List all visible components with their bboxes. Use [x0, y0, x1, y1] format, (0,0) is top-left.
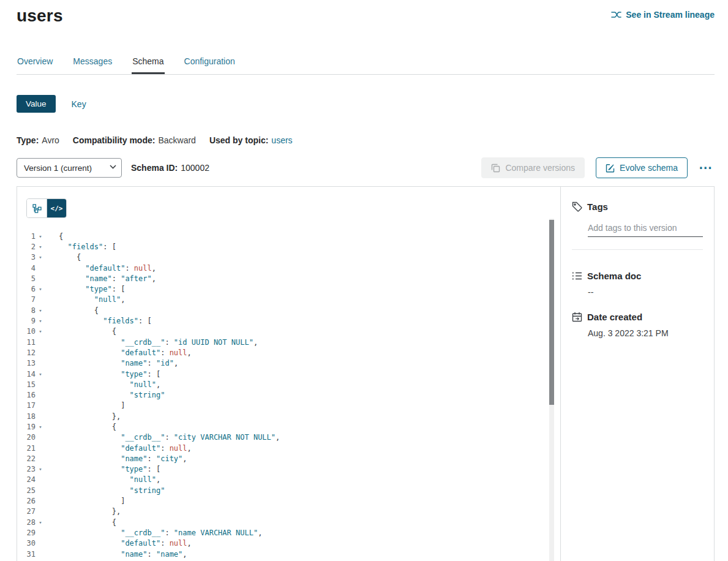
code-text: "fields": [ [45, 317, 152, 325]
version-select[interactable]: Version 1 (current) [17, 158, 122, 178]
date-created-value: Aug. 3 2022 3:21 PM [588, 328, 703, 338]
code-line: 21 "default": null, [17, 443, 560, 453]
calendar-icon [572, 312, 582, 322]
compare-versions-icon [491, 164, 500, 173]
line-number: 11 [17, 338, 36, 347]
stream-lineage-link[interactable]: See in Stream lineage [611, 10, 715, 20]
fold-arrow-icon[interactable]: ▾ [36, 424, 45, 430]
line-number: 6 [17, 285, 36, 293]
code-text: "default": null, [45, 348, 192, 357]
tree-view-button[interactable] [27, 199, 47, 217]
tag-icon [572, 201, 582, 212]
tab-schema[interactable]: Schema [132, 56, 164, 74]
tree-view-icon [32, 204, 42, 213]
code-line: 26 ] [17, 495, 560, 506]
fold-arrow-icon[interactable]: ▾ [36, 244, 45, 250]
schema-part-toggle: Value Key [17, 95, 728, 113]
code-line: 5 "name": "after", [17, 273, 560, 284]
code-text: "default": null, [45, 539, 192, 548]
code-line: 31 "name": "name", [17, 549, 560, 559]
line-number: 15 [17, 380, 36, 389]
fold-arrow-icon[interactable]: ▾ [36, 286, 45, 292]
line-number: 3 [17, 253, 36, 262]
schema-doc-section: Schema doc -- [572, 271, 703, 297]
code-text: "type": [ [45, 465, 160, 473]
evolve-schema-button[interactable]: Evolve schema [596, 157, 688, 178]
code-view-button[interactable]: </> [47, 199, 66, 217]
line-number: 29 [17, 529, 36, 537]
line-number: 20 [17, 433, 36, 442]
code-text: "__crdb__": "city VARCHAR NOT NULL", [45, 433, 280, 442]
line-number: 18 [17, 412, 36, 421]
fold-arrow-icon[interactable]: ▾ [36, 307, 45, 314]
more-options-button[interactable]: ⋯ [696, 162, 715, 174]
code-text: "name": "after", [45, 274, 156, 283]
editor-scrollbar[interactable] [549, 219, 554, 561]
code-text: { [45, 518, 116, 527]
fold-arrow-icon[interactable]: ▾ [36, 318, 45, 324]
code-line: 13 "name": "id", [17, 358, 560, 369]
code-text: "__crdb__": "id UUID NOT NULL", [45, 338, 258, 347]
code-line: 29 "__crdb__": "name VARCHAR NULL", [17, 527, 560, 538]
date-created-title: Date created [587, 312, 642, 322]
code-text: "__crdb__": "name VARCHAR NULL", [45, 529, 262, 537]
line-number: 19 [17, 423, 36, 431]
meta-row: Type:AvroCompatibility mode:BackwardUsed… [17, 135, 728, 145]
line-number: 17 [17, 401, 36, 410]
tab-overview[interactable]: Overview [17, 56, 53, 74]
code-line: 4 "default": null, [17, 263, 560, 273]
line-number: 25 [17, 486, 36, 495]
fold-arrow-icon[interactable]: ▾ [36, 466, 45, 472]
code-line: 8▾ { [17, 305, 560, 315]
line-number: 10 [17, 327, 36, 336]
meta-value-link[interactable]: users [271, 135, 292, 145]
code-text: "null", [45, 475, 160, 484]
line-number: 2 [17, 243, 36, 251]
line-number: 1 [17, 232, 36, 241]
code-text: "type": [ [45, 370, 160, 378]
code-line: 15 "null", [17, 379, 560, 390]
schema-info-sidebar: Tags Schema doc -- [561, 187, 714, 561]
line-number: 14 [17, 370, 36, 378]
code-line: 27 }, [17, 506, 560, 517]
tags-input[interactable] [588, 223, 703, 237]
stream-lineage-icon [611, 10, 621, 19]
meta-item: Used by topic:users [209, 135, 293, 145]
code-text: "default": null, [45, 444, 192, 453]
evolve-schema-icon [606, 164, 615, 173]
fold-arrow-icon[interactable]: ▾ [36, 328, 45, 334]
meta-item: Type:Avro [17, 135, 59, 145]
line-number: 9 [17, 317, 36, 325]
meta-label: Compatibility mode: [73, 135, 156, 145]
fold-arrow-icon[interactable]: ▾ [36, 254, 45, 260]
page-title: users [17, 5, 63, 27]
code-text: { [45, 423, 116, 431]
meta-label: Used by topic: [209, 135, 268, 145]
scrollbar-thumb[interactable] [549, 220, 554, 405]
line-number: 22 [17, 454, 36, 463]
code-line: 2▾ "fields": [ [17, 241, 560, 252]
code-line: 23▾ "type": [ [17, 464, 560, 475]
fold-arrow-icon[interactable]: ▾ [36, 233, 45, 239]
tab-configuration[interactable]: Configuration [184, 56, 236, 74]
editor-view-toggle: </> [26, 198, 67, 218]
code-text: ] [45, 497, 125, 505]
code-line: 10▾ { [17, 326, 560, 337]
code-text: "name": "city", [45, 454, 187, 463]
code-line: 19▾ { [17, 421, 560, 432]
line-number: 8 [17, 306, 36, 315]
page-header: users See in Stream lineage [0, 0, 728, 27]
code-line: 25 "string" [17, 485, 560, 495]
tab-messages[interactable]: Messages [72, 56, 113, 74]
line-number: 13 [17, 359, 36, 367]
fold-arrow-icon[interactable]: ▾ [36, 371, 45, 377]
compare-versions-button[interactable]: Compare versions [481, 157, 585, 178]
key-toggle-link[interactable]: Key [72, 99, 86, 109]
value-toggle-button[interactable]: Value [17, 95, 56, 113]
code-line: 3▾ { [17, 252, 560, 263]
code-view-icon: </> [51, 205, 63, 213]
line-number: 21 [17, 444, 36, 453]
line-number: 4 [17, 264, 36, 273]
code-text: "string" [45, 391, 165, 399]
fold-arrow-icon[interactable]: ▾ [36, 519, 45, 525]
